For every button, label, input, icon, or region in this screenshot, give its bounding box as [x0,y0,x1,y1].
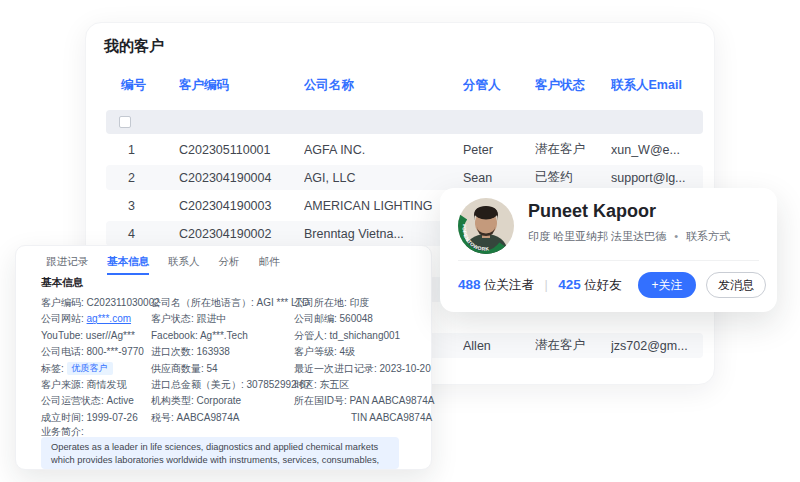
field-founded-date: 成立时间: 1999-07-26 [41,410,160,426]
field-customer-status: 客户状态: 跟进中 [151,311,311,327]
cell-manager: Peter [463,143,535,157]
contact-info-link[interactable]: 联系方式 [686,230,730,242]
friends-count: 425 [558,277,581,292]
cell-company: AGI, LLC [304,171,463,185]
page-title: 我的客户 [104,37,164,56]
contact-profile-card: #OPENTOWORK Puneet Kapoor 印度 哈里亚纳邦 法里达巴德… [440,188,777,312]
quality-customer-badge: 优质客户 [67,362,113,375]
tab-followup-records[interactable]: 跟进记录 [46,255,88,275]
field-customer-level: 客户等级: 4级 [294,344,434,360]
field-tax-id: 税号: AABCA9874A [151,410,311,426]
tab-email[interactable]: 邮件 [259,255,280,275]
stats-divider: | [545,278,548,292]
bullet-separator: • [674,230,678,242]
cell-manager: Sean [463,171,535,185]
customer-detail-panel: 跟进记录 基本信息 联系人 分析 邮件 基本信息 客户编码: C20231103… [15,245,432,470]
website-link[interactable]: ag***.com [87,313,131,324]
column-header-email: 联系人Email [611,77,703,94]
detail-column-3: 公司所在地: 印度 公司邮编: 560048 分管人: td_shichang0… [294,295,434,426]
column-header-manager: 分管人 [463,77,535,94]
cell-code: C202304190003 [179,199,304,213]
field-customer-code: 客户编码: C202311030002 [41,295,160,311]
field-facebook: Facebook: Ag***.Tech [151,328,311,344]
cell-manager: Allen [463,339,535,353]
cell-code: C202304190002 [179,227,304,241]
cell-no: 2 [106,171,179,185]
contact-stats: 488 位关注者 | 425 位好友 [458,272,622,298]
tab-contacts[interactable]: 联系人 [168,255,200,275]
table-row[interactable]: 1 C202305110001 AGFA INC. Peter 潜在客户 xun… [106,137,703,162]
column-header-company: 公司名称 [304,77,463,94]
cell-email: support@lg... [611,171,703,185]
avatar: #OPENTOWORK [458,198,514,254]
field-last-import-record: 最近一次进口记录: 2023-10-20 [294,361,434,377]
column-header-no: 编号 [106,77,179,94]
field-operating-status: 公司运营状态: Active [41,393,160,409]
contact-subtitle: 印度 哈里亚纳邦 法里达巴德 • 联系方式 [528,229,730,244]
cell-email: xun_W@e... [611,143,703,157]
cell-code: C202305110001 [179,143,304,157]
followers-label: 位关注者 [484,278,534,292]
contact-name: Puneet Kapoor [528,201,656,222]
table-header-row: 编号 客户编码 公司名称 分管人 客户状态 联系人Email [106,75,703,95]
field-company-website: 公司网站: ag***.com [41,311,160,327]
tab-basic-info[interactable]: 基本信息 [107,255,149,275]
field-manager: 分管人: td_shichang001 [294,328,434,344]
send-message-button[interactable]: 发消息 [706,272,766,298]
tab-analysis[interactable]: 分析 [219,255,240,275]
field-customer-source: 客户来源: 商情发现 [41,377,160,393]
field-company-location: 公司所在地: 印度 [294,295,434,311]
field-timezone: 时区: 东五区 [294,377,434,393]
select-all-row [106,110,703,134]
followers-count: 488 [458,277,481,292]
business-intro-text: Operates as a leader in life sciences, d… [41,437,399,469]
field-company-phone: 公司电话: 800-***-9770 [41,344,160,360]
field-tags: 标签: 优质客户 [41,361,160,377]
field-country-id-tin: TIN AABCA9874A [294,410,434,426]
page: 我的客户 编号 客户编码 公司名称 分管人 客户状态 联系人Email 1 C2… [0,0,800,482]
field-import-count: 进口次数: 163938 [151,344,311,360]
cell-code: C202304190004 [179,171,304,185]
select-all-checkbox[interactable] [119,116,131,128]
column-header-status: 客户状态 [535,77,611,94]
cell-status: 潜在客户 [535,141,611,158]
field-company-local-name: 公司名（所在地语言）: AGI *** LTD [151,295,311,311]
field-org-type: 机构类型: Corporate [151,393,311,409]
table-row[interactable]: 2 C202304190004 AGI, LLC Sean 已签约 suppor… [106,165,703,190]
follow-button[interactable]: +关注 [638,272,696,298]
cell-email: jzs702@gm... [611,339,703,353]
cell-no: 1 [106,143,179,157]
detail-tabs: 跟进记录 基本信息 联系人 分析 邮件 [46,255,280,275]
cell-company: AGFA INC. [304,143,463,157]
cell-status: 已签约 [535,169,611,186]
detail-column-1: 客户编码: C202311030002 公司网站: ag***.com YouT… [41,295,160,426]
card-divider [458,260,759,261]
friends-label: 位好友 [584,278,622,292]
column-header-code: 客户编码 [179,77,304,94]
cell-no: 4 [106,227,179,241]
cell-status: 潜在客户 [535,337,611,354]
field-youtube: YouTube: user//Ag*** [41,328,160,344]
cell-no: 3 [106,199,179,213]
field-supplier-count: 供应商数量: 54 [151,361,311,377]
section-title-basic-info: 基本信息 [41,276,83,290]
field-total-import-amount: 进口总金额（美元）: 307852992.67 [151,377,311,393]
field-country-id-pan: 所在国ID号: PAN AABCA9874A [294,393,434,409]
field-postal-code: 公司邮编: 560048 [294,311,434,327]
contact-location: 印度 哈里亚纳邦 法里达巴德 [528,230,666,242]
detail-column-2: 公司名（所在地语言）: AGI *** LTD 客户状态: 跟进中 Facebo… [151,295,311,426]
